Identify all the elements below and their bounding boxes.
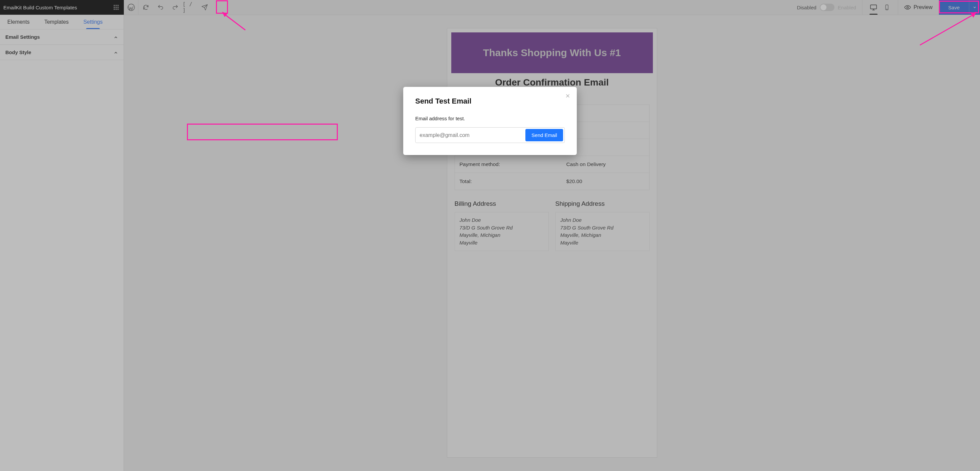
modal-title: Send Test Email: [415, 97, 565, 105]
modal-backdrop[interactable]: [0, 0, 980, 471]
close-icon: [565, 93, 571, 99]
test-email-input[interactable]: [420, 129, 525, 141]
send-email-button-label: Send Email: [531, 132, 557, 138]
send-test-email-modal: Send Test Email Email address for test. …: [403, 87, 577, 155]
modal-input-row: Send Email: [415, 127, 565, 143]
send-email-button[interactable]: Send Email: [525, 129, 563, 141]
modal-subtitle: Email address for test.: [415, 116, 565, 121]
modal-close-button[interactable]: [565, 93, 571, 100]
